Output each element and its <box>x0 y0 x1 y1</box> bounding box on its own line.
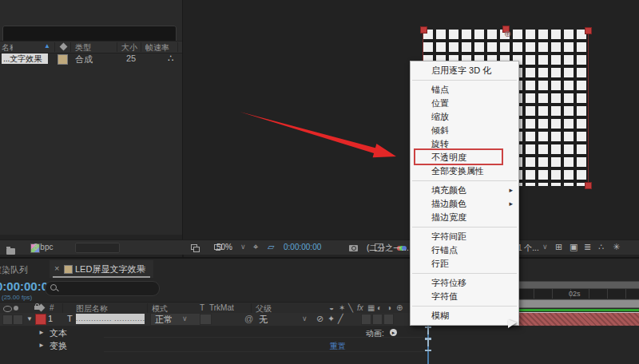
menu-item-16[interactable]: 行距 <box>411 257 518 271</box>
group-text-label[interactable]: 文本 <box>50 327 67 339</box>
playhead-ibeam-top[interactable] <box>425 326 431 339</box>
audio-column-icon[interactable] <box>14 306 18 311</box>
layer-switch-collapse-icon[interactable]: ✦ <box>327 314 335 324</box>
menu-item-4[interactable]: 缩放 <box>411 110 518 124</box>
layer-row[interactable]: ▼ 1 T .............. .............. 正常 ∨… <box>0 313 423 326</box>
snapshot-camera-icon[interactable] <box>349 245 358 251</box>
video-column-icon[interactable] <box>3 306 12 312</box>
tab-active-underline <box>53 276 150 278</box>
transform-expand-icon[interactable]: ► <box>38 342 45 349</box>
group-row-transform[interactable]: ► 变换 重置 <box>0 339 423 351</box>
motion-blur-icon[interactable]: ◐ <box>377 303 382 312</box>
parent-chevron-icon[interactable]: ∨ <box>302 315 308 322</box>
audio-switch[interactable] <box>13 315 23 325</box>
menu-item-21[interactable]: 模糊 <box>411 309 518 322</box>
anchor-point-icon[interactable]: ⊕ <box>504 29 511 39</box>
menu-item-3[interactable]: 位置 <box>411 97 518 110</box>
menu-item-15[interactable]: 行锚点 <box>411 243 518 257</box>
flowchart-icon[interactable]: ∴ <box>598 242 604 252</box>
timeline-button-icon[interactable]: ≣ <box>584 242 591 252</box>
playhead-ibeam-bottom[interactable] <box>425 338 431 351</box>
menu-item-8[interactable]: 全部变换属性 <box>411 164 518 178</box>
layer-expand-icon[interactable]: ▼ <box>26 315 33 322</box>
project-item-type: 合成 <box>75 53 93 65</box>
viewer-timecode[interactable]: 0:00:00:00 <box>284 243 321 251</box>
region-of-interest-icon[interactable]: ⌖ <box>253 242 258 252</box>
tab-comp-label[interactable]: LED屏显文字效果 <box>75 263 145 275</box>
reset-link[interactable]: 重置 <box>330 341 346 352</box>
parent-dropdown[interactable]: 无 <box>259 314 268 326</box>
label-column-icon[interactable] <box>38 304 46 312</box>
choose-grid-icon[interactable]: ⊞ <box>555 242 562 252</box>
label-color-icon[interactable] <box>60 43 68 51</box>
submenu-arrow-icon: ▸ <box>509 197 513 211</box>
layer-label-swatch[interactable] <box>35 314 46 325</box>
fast-previews-icon[interactable]: ✳ <box>613 242 620 252</box>
selection-handle-topleft[interactable] <box>420 26 427 34</box>
collapse-icon[interactable]: ✶ <box>339 303 345 312</box>
layer-number: 1 <box>48 314 53 323</box>
selection-edge-right <box>588 30 589 186</box>
interpret-footage-box[interactable] <box>75 243 120 253</box>
threed-layer-icon[interactable]: ⊕ <box>396 303 403 312</box>
column-framerate[interactable]: 帧速率 <box>145 42 169 53</box>
shy-icon[interactable]: ◒ <box>329 303 334 312</box>
zoom-level-dropdown[interactable]: 50% <box>216 243 232 251</box>
mode-chevron-icon[interactable]: ∨ <box>182 315 188 322</box>
column-trkmat[interactable]: TrkMat <box>209 303 234 312</box>
submenu-arrow-icon: ▸ <box>509 184 513 197</box>
pickwhip-icon[interactable]: @ <box>244 314 253 323</box>
view-layout-chevron-icon[interactable]: ∨ <box>542 243 548 251</box>
quality-icon[interactable]: ╲ <box>348 303 353 312</box>
switch-box-3[interactable] <box>383 314 394 325</box>
bit-depth-button[interactable]: 8 bpc <box>34 243 53 251</box>
menu-item-18[interactable]: 字符位移 <box>411 276 518 290</box>
switch-box-1[interactable] <box>361 314 371 325</box>
tab-render-queue[interactable]: 渲染队列 <box>0 264 28 276</box>
zoom-chevron-icon[interactable]: ∨ <box>240 243 246 251</box>
project-item-row[interactable]: ...文字效果 合成 25 ∴ <box>0 53 183 65</box>
pixel-aspect-icon[interactable]: ▣ <box>570 242 577 252</box>
selection-handle-bottomright[interactable] <box>585 182 592 189</box>
menu-item-0[interactable]: 启用逐字 3D 化 <box>411 64 518 77</box>
menu-item-5[interactable]: 倾斜 <box>411 124 518 137</box>
adjustment-layer-icon[interactable]: ◑ <box>387 303 391 312</box>
switch-box-2[interactable] <box>372 314 383 325</box>
menu-item-12[interactable]: 描边宽度 <box>411 211 518 224</box>
menu-item-2[interactable]: 锚点 <box>411 83 518 97</box>
menu-item-19[interactable]: 字符值 <box>411 290 518 303</box>
column-name[interactable]: 名称 <box>2 42 13 53</box>
tab-composition[interactable]: × LED屏显文字效果 ≡ <box>50 260 153 278</box>
toggle-mask-icon[interactable]: ▱ <box>268 242 274 252</box>
sort-ascending-icon[interactable]: ▲ <box>44 42 50 49</box>
menu-item-10[interactable]: 填充颜色▸ <box>411 184 518 197</box>
view-layout-dropdown[interactable]: 1 个... <box>518 243 539 254</box>
animate-menu-icon[interactable]: ▸ <box>390 329 397 336</box>
layer-switch-shy-icon[interactable]: ⊘ <box>316 314 323 324</box>
tab-close-icon[interactable]: × <box>54 263 59 273</box>
layer-name[interactable]: .............. .............. <box>76 314 145 324</box>
column-type[interactable]: 类型 <box>75 42 91 53</box>
frame-blend-icon[interactable]: ▦ <box>367 303 375 312</box>
menu-item-14[interactable]: 字符间距 <box>411 230 518 243</box>
menu-item-11[interactable]: 描边颜色▸ <box>411 197 518 211</box>
resolution-dropdown[interactable]: (二分之一… <box>367 243 409 254</box>
timeline-search-field[interactable] <box>45 281 160 296</box>
group-transform-label[interactable]: 变换 <box>50 340 67 352</box>
blend-mode-dropdown[interactable]: 正常 <box>150 313 200 326</box>
selection-handle-topright[interactable] <box>585 27 592 34</box>
column-size[interactable]: 大小 <box>121 42 137 53</box>
always-preview-icon[interactable] <box>191 244 199 251</box>
trkmat-box[interactable] <box>200 314 212 325</box>
column-t[interactable]: T <box>200 303 204 312</box>
video-switch[interactable] <box>2 315 13 325</box>
tab-menu-icon[interactable]: ≡ <box>141 263 145 273</box>
project-item-name[interactable]: ...文字效果 <box>2 53 48 64</box>
fx-icon[interactable]: fx <box>357 303 363 312</box>
new-folder-icon[interactable] <box>6 248 15 255</box>
text-expand-icon[interactable]: ► <box>38 329 45 336</box>
mouse-cursor <box>508 319 517 328</box>
layer-switch-quality-icon[interactable]: ╱ <box>338 314 343 324</box>
column-hash[interactable]: # <box>50 303 54 312</box>
label-swatch[interactable] <box>58 54 68 65</box>
